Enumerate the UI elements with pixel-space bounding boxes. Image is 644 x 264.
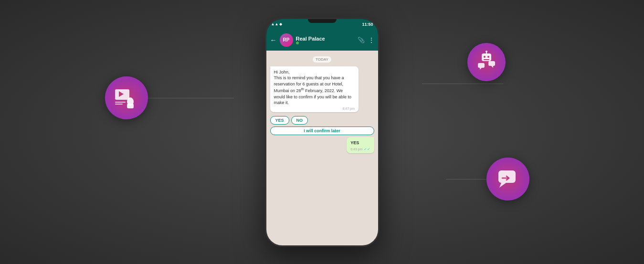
outgoing-time-text: 6:49 pm [350, 148, 362, 151]
connector-line-left [148, 98, 234, 98]
outgoing-message-text: YES [350, 140, 370, 146]
video-call-icon[interactable]: 📎 [358, 37, 365, 43]
read-receipt-icon: ✓✓ [364, 147, 370, 151]
svg-rect-5 [127, 104, 134, 108]
quick-reply-buttons: YES NO I will confirm later [270, 116, 374, 135]
phone-notch [308, 19, 337, 23]
reply-bubble [486, 158, 529, 201]
signal-icon: ▲▲ [271, 22, 279, 26]
phone-mockup: ▲▲ ◆ 11:50 ← RP Real Palace 📎 ⋮ TODAY [265, 18, 380, 247]
svg-rect-14 [488, 61, 495, 66]
svg-marker-17 [499, 183, 506, 188]
incoming-message-text: Hi John, This is to remind you that you … [274, 69, 355, 106]
yes-button[interactable]: YES [270, 116, 289, 125]
date-divider: TODAY [313, 56, 331, 63]
reply-icon [496, 167, 520, 191]
wifi-icon: ◆ [279, 22, 282, 26]
incoming-message-bubble: Hi John, This is to remind you that you … [270, 66, 359, 113]
svg-rect-12 [478, 63, 485, 68]
svg-point-7 [484, 56, 486, 58]
back-icon[interactable]: ← [270, 36, 277, 44]
svg-rect-3 [115, 104, 123, 105]
message-line-1: Hi John, [274, 70, 290, 74]
chatbot-icon [475, 51, 498, 74]
status-signal-icons: ▲▲ ◆ [271, 22, 283, 26]
online-status [296, 42, 355, 44]
outgoing-message-bubble: YES 6:49 pm ✓✓ [347, 137, 374, 153]
svg-marker-13 [480, 68, 482, 70]
svg-rect-2 [115, 102, 126, 103]
header-action-icons: 📎 ⋮ [358, 37, 374, 43]
svg-rect-9 [484, 59, 489, 60]
incoming-message-time: 6:47 pm [274, 107, 355, 110]
confirm-later-button[interactable]: I will confirm later [270, 127, 374, 135]
interactive-template-bubble [105, 76, 148, 119]
message-line-2: This is to remind you that you have a re… [274, 75, 352, 105]
contact-avatar: RP [280, 33, 293, 47]
chat-area: TODAY Hi John, This is to remind you tha… [266, 51, 378, 245]
status-time: 11:50 [362, 22, 373, 27]
svg-point-8 [487, 56, 489, 58]
chatbot-bubble [467, 43, 506, 81]
chat-header: ← RP Real Palace 📎 ⋮ [266, 30, 378, 51]
svg-point-11 [486, 51, 487, 53]
no-button[interactable]: NO [291, 116, 308, 125]
play-cursor-icon [114, 85, 139, 110]
svg-marker-15 [491, 66, 493, 68]
contact-info: Real Palace [296, 36, 355, 44]
online-dot [296, 42, 299, 44]
more-options-icon[interactable]: ⋮ [369, 37, 374, 43]
phone-frame: ▲▲ ◆ 11:50 ← RP Real Palace 📎 ⋮ TODAY [265, 18, 380, 247]
outgoing-message-time: 6:49 pm ✓✓ [350, 147, 370, 151]
connector-line-top-right [422, 84, 503, 84]
contact-name: Real Palace [296, 36, 355, 42]
